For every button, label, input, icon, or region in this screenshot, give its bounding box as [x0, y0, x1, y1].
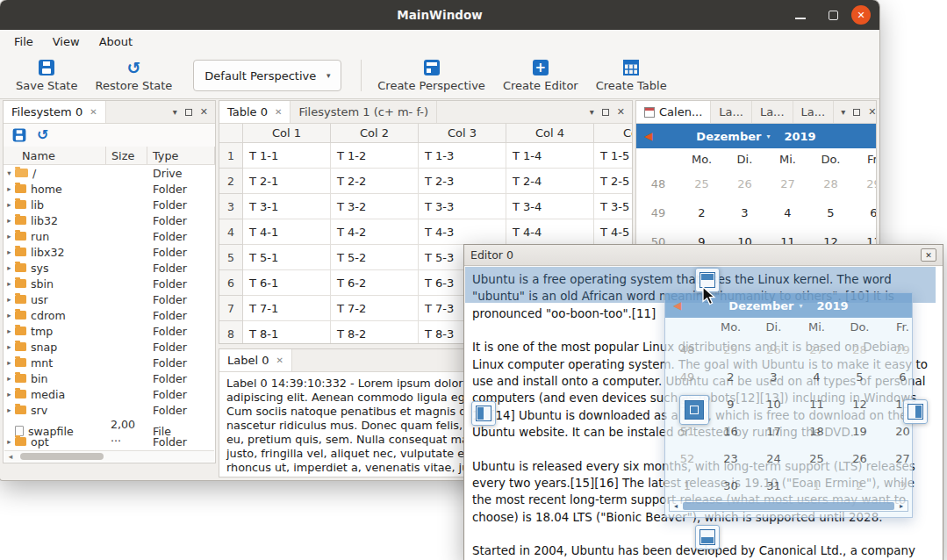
tab-close-icon[interactable]: ✕: [275, 107, 282, 117]
tab-label-0[interactable]: Label 0 ✕: [219, 349, 292, 371]
expand-caret[interactable]: ▸: [4, 437, 15, 446]
table-col-header[interactable]: Col 1: [243, 124, 331, 142]
menu-item-about[interactable]: About: [90, 31, 142, 53]
calendar-day[interactable]: 29: [881, 343, 912, 356]
calendar-day[interactable]: 26: [723, 177, 766, 190]
calendar-day[interactable]: 10: [752, 398, 795, 411]
calendar-day[interactable]: 3: [723, 206, 766, 219]
calendar-day[interactable]: 26: [752, 343, 795, 356]
calendar-day[interactable]: 9: [709, 398, 752, 411]
tab-label-3[interactable]: La...: [793, 101, 835, 123]
table-cell[interactable]: T 5-2: [331, 245, 419, 270]
expand-caret[interactable]: ▸: [4, 358, 15, 367]
column-header-name[interactable]: Name: [4, 147, 106, 164]
table-cell[interactable]: T 1-5: [594, 143, 633, 169]
panel-menu-icon[interactable]: ▾: [590, 107, 594, 117]
expand-caret[interactable]: ▸: [4, 232, 15, 241]
fs-row[interactable]: ▸snapFolder: [4, 339, 215, 355]
drop-indicator-bottom[interactable]: [695, 525, 720, 549]
tab-label-1[interactable]: La...: [711, 101, 752, 123]
table-cell[interactable]: T 7-2: [331, 296, 419, 321]
calendar-day[interactable]: 27: [795, 343, 838, 356]
drop-indicator-center[interactable]: [679, 395, 709, 425]
table-cell[interactable]: T 6-1: [243, 270, 331, 296]
tab-filesystem-1[interactable]: Filesystem 1 (c+ m- f-): [291, 101, 437, 123]
table-cell[interactable]: T 8-1: [243, 321, 331, 344]
expand-caret[interactable]: ▸: [4, 342, 15, 351]
float-panel-icon[interactable]: [602, 109, 609, 116]
window-titlebar[interactable]: MainWindow ✕: [0, 0, 879, 30]
create-perspective-button[interactable]: Create Perspective: [369, 56, 494, 95]
fs-row[interactable]: ▸tmpFolder: [4, 323, 215, 339]
calendar-day[interactable]: 2: [709, 370, 752, 384]
calendar-day[interactable]: 3: [752, 370, 795, 384]
calendar-day[interactable]: 25: [709, 343, 752, 356]
table-cell[interactable]: T 2-1: [243, 169, 331, 194]
table-cell[interactable]: T 4-3: [419, 219, 506, 245]
fs-row[interactable]: ▸mntFolder: [4, 355, 215, 370]
editor-close-button[interactable]: ✕: [921, 248, 936, 262]
calendar-day[interactable]: 16: [709, 425, 752, 438]
column-header-type[interactable]: Type: [147, 147, 215, 164]
calendar-day[interactable]: 1: [795, 479, 838, 492]
table-cell[interactable]: T 1-4: [506, 143, 594, 169]
column-header-size[interactable]: Size: [106, 147, 147, 164]
expand-caret[interactable]: ▸: [4, 200, 15, 209]
scroll-left-icon[interactable]: ◂: [4, 452, 17, 461]
tab-close-icon[interactable]: ✕: [276, 355, 283, 365]
fs-row[interactable]: ▸libx32Folder: [4, 244, 215, 260]
calendar-day[interactable]: 6: [852, 206, 876, 219]
calendar-day[interactable]: 5: [809, 206, 852, 219]
table-cell[interactable]: T 2-3: [419, 169, 506, 194]
create-editor-button[interactable]: Create Editor: [494, 56, 587, 95]
fs-row[interactable]: ▸srvFolder: [4, 402, 215, 418]
table-cell[interactable]: T 3-5: [594, 194, 633, 219]
tab-close-icon[interactable]: ✕: [90, 107, 97, 117]
float-panel-icon[interactable]: [853, 109, 860, 116]
calendar-month[interactable]: Dezember: [696, 130, 761, 143]
calendar-day[interactable]: 29: [852, 177, 876, 190]
calendar-day[interactable]: 28: [838, 343, 881, 356]
calendar-day[interactable]: 27: [766, 177, 809, 190]
save-state-button[interactable]: Save State: [7, 56, 86, 95]
row-number[interactable]: 5: [219, 245, 243, 270]
scroll-left-icon[interactable]: ◂: [670, 501, 682, 511]
calendar-day[interactable]: 31: [752, 479, 795, 492]
table-cell[interactable]: T 1-1: [243, 143, 331, 169]
expand-caret[interactable]: ▸: [4, 311, 15, 319]
table-col-header[interactable]: Col 4: [506, 124, 594, 142]
table-cell[interactable]: T 8-2: [331, 321, 419, 344]
row-number[interactable]: 8: [219, 321, 243, 344]
calendar-day[interactable]: 17: [752, 425, 795, 438]
table-col-header[interactable]: Col 3: [419, 124, 506, 142]
expand-caret[interactable]: ▸: [4, 279, 15, 288]
table-cell[interactable]: T 3-1: [243, 194, 331, 219]
row-number[interactable]: 3: [219, 194, 243, 219]
table-cell[interactable]: T 4-2: [331, 219, 419, 245]
expand-caret[interactable]: ▸: [4, 184, 15, 193]
panel-menu-icon[interactable]: ▾: [173, 107, 177, 117]
table-cell[interactable]: T 3-3: [419, 194, 506, 219]
panel-menu-icon[interactable]: ▾: [841, 107, 845, 117]
table-cell[interactable]: T 3-4: [506, 194, 594, 219]
horizontal-scrollbar[interactable]: ◂: [4, 450, 214, 462]
calendar-day[interactable]: 11: [795, 398, 838, 411]
tab-label-2[interactable]: La...: [752, 101, 793, 123]
fs-row[interactable]: ▸runFolder: [4, 228, 215, 244]
calendar-day[interactable]: 28: [809, 177, 852, 190]
close-panel-icon[interactable]: ✕: [868, 106, 876, 118]
minimize-button[interactable]: [795, 18, 806, 19]
expand-caret[interactable]: ▾: [4, 169, 15, 177]
menu-item-view[interactable]: View: [43, 31, 90, 53]
table-cell[interactable]: T 3-2: [331, 194, 419, 219]
calendar-day[interactable]: 12: [838, 398, 881, 411]
scrollbar-thumb[interactable]: [683, 502, 894, 510]
fs-row[interactable]: ▸sysFolder: [4, 260, 215, 276]
table-cell[interactable]: T 1-2: [331, 143, 419, 169]
calendar-day[interactable]: 25: [680, 177, 723, 190]
calendar-day[interactable]: 23: [709, 452, 752, 465]
table-cell[interactable]: T 2-5: [594, 169, 633, 194]
expand-caret[interactable]: ▸: [4, 390, 15, 398]
maximize-button[interactable]: [829, 11, 838, 20]
create-table-button[interactable]: Create Table: [587, 56, 676, 95]
